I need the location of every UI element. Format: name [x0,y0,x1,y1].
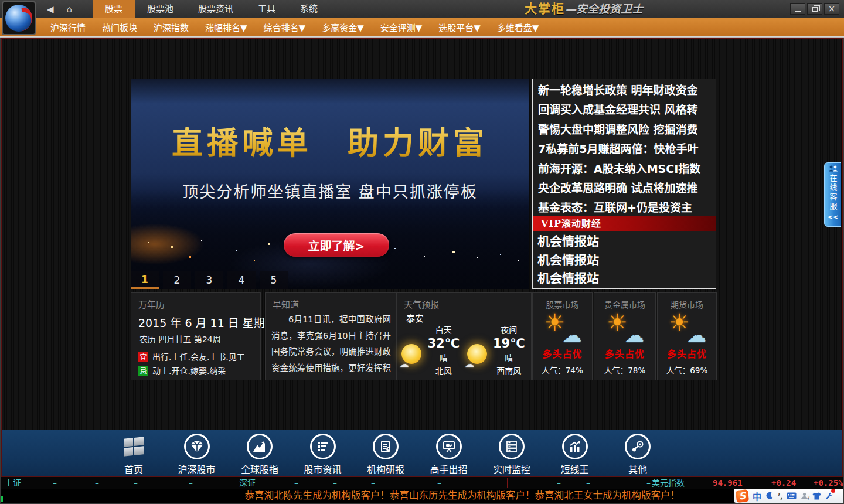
nav-home[interactable]: 首页 [106,434,162,476]
weather-city: 泰安 [406,312,424,324]
vip-finance-header[interactable]: VIP滚动财经 [533,216,716,231]
cloud-glyph: ☁ [563,323,582,346]
restore-icon [812,7,818,12]
promo-banner[interactable]: 直播喊单 助力财富 顶尖分析师坐镇直播室 盘中只抓涨停板 立即了解> 1 2 3… [131,79,529,289]
toolbar-duowei-kanpan[interactable]: 多维看盘▼ [489,21,547,33]
home-icon[interactable]: ⌂ [67,4,73,15]
banner-title: 直播喊单 助力财富 [131,118,529,163]
tab-tools[interactable]: 工具 [246,0,288,18]
nav-realtime-monitor[interactable]: 实时监控 [484,434,540,476]
news-headline[interactable]: 新一轮稳增长政策 明年财政资金 [538,81,710,100]
vip-item[interactable]: 机会情报站 [537,270,716,288]
sun-icon [401,344,421,364]
wrench-settings-icon[interactable] [825,492,833,500]
morning-card-title: 早知道 [273,298,299,310]
news-headline[interactable]: 回调买入成基金经理共识 风格转 [538,100,710,120]
news-headline[interactable]: 警惕大盘中期调整风险 挖掘消费 [538,120,710,139]
tab-stock-pool[interactable]: 股票池 [135,0,186,18]
moon-icon[interactable] [765,492,774,500]
calendar-card-title: 万年历 [138,298,165,310]
news-headline[interactable]: 前海开源：A股未纳入MSCI指数 [538,159,710,179]
toolbar-hushen-zhishu[interactable]: 沪深指数 [145,21,197,33]
status-dash: – [437,477,441,489]
tab-stock-news[interactable]: 股票资讯 [186,0,246,18]
toolbar-zonghe-paiming[interactable]: 综合排名▼ [256,21,314,33]
punctuation-mode-icon[interactable]: ’, [778,492,782,500]
status-separator [236,478,236,488]
back-icon[interactable]: ◀ [47,4,54,15]
mountain-chart-icon [247,434,273,459]
nav-institution-report[interactable]: 机构研报 [358,434,414,476]
pager-item-1[interactable]: 1 [131,271,159,289]
pager-item-5[interactable]: 5 [260,271,288,289]
nav-label: 其他 [628,462,647,476]
weather-card: 天气预报 泰安 白天 32℃ 晴 北风 夜间 19℃ [396,292,532,380]
window-controls: × [790,3,839,15]
logo-sphere-icon [5,5,32,32]
weather-night-temp: 19℃ [488,336,530,350]
bull-status: 多头占优 [658,346,716,360]
toolbar-remen-bankuai[interactable]: 热门板块 [94,21,145,33]
toolbar-hushen-hangqing[interactable]: 沪深行情 [42,21,94,33]
weather-night-wind: 西南风 [488,365,530,376]
avoid-text: 动土.开仓.嫁娶.纳采 [152,365,226,376]
weather-night-period: 夜间 [488,323,530,335]
usd-index-label[interactable]: 美元指数 [652,477,685,489]
vip-item[interactable]: 机会情报站 [537,251,716,270]
app-logo[interactable] [2,1,36,35]
user-icon[interactable]: 7 [801,492,808,500]
nav-market-news[interactable]: 股市资讯 [295,434,351,476]
sogou-logo-icon[interactable]: S [736,489,749,502]
weather-day-wind: 北风 [423,365,465,376]
nav-other[interactable]: 其他 [610,434,666,476]
main-content: 直播喊单 助力财富 顶尖分析师坐镇直播室 盘中只抓涨停板 立即了解> 1 2 3… [1,38,843,477]
online-service-tab[interactable]: 在线客服 << [824,162,841,227]
cloud-glyph: ☁ [625,323,644,346]
nav-label: 机构研报 [367,462,404,476]
steam-icon [625,434,651,459]
stock-market-card: 股票市场 ☀ ☁ 多头占优 人气：74% [532,292,593,380]
vip-item[interactable]: 机会情报站 [537,233,716,251]
close-button[interactable]: × [824,3,839,15]
bar-chart-arrow-icon [562,434,588,459]
menu-tabs: 股票 股票池 股票资讯 工具 系统 [93,0,330,18]
nav-label: 股市资讯 [304,462,341,476]
keyboard-icon[interactable] [787,492,797,499]
pager-item-3[interactable]: 3 [195,271,223,289]
popularity: 人气：78% [594,364,655,376]
app-title: 大掌柜—安全投资卫士 [525,0,643,19]
pager-item-2[interactable]: 2 [163,271,191,289]
skin-shirt-icon[interactable] [812,492,821,500]
toolbar-zhangfu-paiming[interactable]: 涨幅排名▼ [197,21,256,33]
news-headline[interactable]: 7私募前5月赚超两倍：快枪手叶 [538,139,710,159]
toolbar-anquan-pingce[interactable]: 安全评测▼ [372,21,431,33]
nav-global-index[interactable]: 全球股指 [232,434,288,476]
morning-card-text[interactable]: 6月11日讯，据中国政府网消息，李克强6月10日主持召开国务院常务会议，明确推进… [271,312,391,379]
calendar-card: 万年历 2015 年 6 月 11 日 星期四 农历 四月廿五 第24周 宜 出… [131,292,261,380]
collapse-arrows[interactable]: << [828,213,838,221]
minimize-button[interactable] [790,3,805,15]
toolbar-duoying-zijin[interactable]: 多赢资金▼ [314,21,372,33]
chinese-mode-icon[interactable]: 中 [753,490,761,502]
cta-button[interactable]: 立即了解> [284,233,389,257]
sun-cloud-icon: ☀ ☁ [669,312,705,342]
index-label-shenzhen[interactable]: 深证 [239,477,256,489]
status-dash: – [294,477,298,489]
tab-system[interactable]: 系统 [288,0,330,18]
status-dash: – [134,477,138,489]
sub-toolbar: 沪深行情 热门板块 沪深指数 涨幅排名▼ 综合排名▼ 多赢资金▼ 安全评测▼ 选… [0,18,844,36]
index-label-shanghai[interactable]: 上证 [5,477,21,489]
nav-hushen-market[interactable]: 沪深股市 [169,434,225,476]
pager-item-4[interactable]: 4 [227,271,256,289]
weather-night-group: 夜间 19℃ 晴 西南风 [465,323,530,376]
toolbar-xuangu-pingtai[interactable]: 选股平台▼ [430,21,489,33]
popularity: 人气：69% [658,364,716,376]
news-headline[interactable]: 基金表态：互联网+仍是投资主 [538,198,710,216]
restore-button[interactable] [807,3,822,15]
news-headline[interactable]: 央企改革思路明确 试点将加速推 [538,179,710,198]
nav-shortline-king[interactable]: 短线王 [547,434,603,476]
tab-stock[interactable]: 股票 [93,0,135,18]
bottom-nav: 首页 沪深股市 全球股指 股市资讯 [2,430,842,476]
status-bar: 上证 – – – – 深证 – – – – – – – 美元指数 94.961 … [1,477,843,489]
nav-expert-moves[interactable]: 高手出招 [421,434,477,476]
